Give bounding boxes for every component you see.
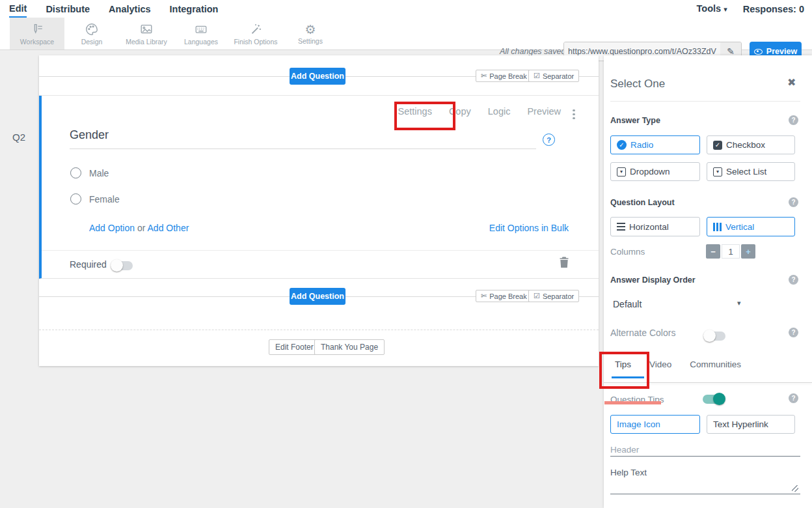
toolbar-tab-languages[interactable]: Languages xyxy=(174,18,228,49)
columns-label: Columns xyxy=(610,247,645,257)
divider xyxy=(604,382,812,383)
option-label[interactable]: Female xyxy=(89,194,120,205)
dropdown-box-icon: ▾ xyxy=(617,167,626,176)
header-input[interactable] xyxy=(610,456,800,457)
alternate-colors-toggle[interactable] xyxy=(705,332,725,341)
palette-icon xyxy=(85,22,99,36)
responses-count[interactable]: Responses: 0 xyxy=(743,1,804,17)
nav-edit[interactable]: Edit xyxy=(9,1,27,18)
question-preview-action[interactable]: Preview xyxy=(527,106,561,117)
checkbox-icon: ☑ xyxy=(534,72,540,80)
toolbar-tab-design[interactable]: Design xyxy=(64,18,119,49)
alternate-colors-help-icon[interactable]: ? xyxy=(789,328,798,337)
eye-icon xyxy=(754,49,763,55)
columns-value-input[interactable] xyxy=(722,244,740,259)
toolbar-tab-label: Settings xyxy=(298,37,323,45)
radio-check-icon: ✓ xyxy=(617,140,627,150)
toolbar-tab-label: Languages xyxy=(184,38,218,46)
question-layout-label: Question Layout xyxy=(610,198,675,207)
tab-tips[interactable]: Tips xyxy=(615,360,631,369)
toolbar-tab-label: Design xyxy=(81,38,103,46)
question-title[interactable]: Gender xyxy=(70,128,109,142)
nav-distribute[interactable]: Distribute xyxy=(46,1,90,17)
scissors-icon: ✄ xyxy=(481,72,487,80)
help-text-label: Help Text xyxy=(610,468,647,477)
question-card: Settings Copy Logic Preview Gender ? Mal… xyxy=(39,96,599,279)
add-other-link[interactable]: Add Other xyxy=(148,223,189,233)
alternate-colors-label: Alternate Colors xyxy=(610,328,675,338)
edit-options-in-bulk-link[interactable]: Edit Options in Bulk xyxy=(489,223,569,233)
trash-icon[interactable] xyxy=(560,257,569,270)
edit-footer-button[interactable]: Edit Footer xyxy=(269,339,320,355)
caret-down-icon[interactable]: ▾ xyxy=(737,299,741,307)
radio-option-male[interactable] xyxy=(70,167,81,178)
toolbar: Workspace Design Media Library Languages… xyxy=(0,18,812,50)
nav-integration[interactable]: Integration xyxy=(170,1,219,17)
toolbar-tab-settings[interactable]: ⚙ Settings xyxy=(283,18,338,49)
add-question-button-bottom[interactable]: Add Question xyxy=(290,288,345,305)
toolbar-tab-workspace[interactable]: Workspace xyxy=(10,18,64,49)
tools-menu[interactable]: Tools ▾ xyxy=(697,1,727,17)
answer-display-order-help-icon[interactable]: ? xyxy=(789,275,798,285)
separator-button-bottom[interactable]: ☑ Separator xyxy=(528,290,579,302)
question-copy-action[interactable]: Copy xyxy=(449,106,471,117)
survey-canvas: Add Question ✄ Page Break ☑ Separator Se… xyxy=(39,55,599,366)
answer-type-dropdown-button[interactable]: ▾ Dropdown xyxy=(610,162,700,181)
columns-increment-button[interactable]: + xyxy=(741,244,755,259)
nav-analytics[interactable]: Analytics xyxy=(109,1,150,17)
page-break-button-top[interactable]: ✄ Page Break xyxy=(476,70,532,82)
text-hyperlink-button[interactable]: Text Hyperlink xyxy=(707,415,795,434)
horizontal-bars-icon xyxy=(617,223,625,231)
question-actions: Settings Copy Logic Preview xyxy=(398,106,561,117)
separator-button-top[interactable]: ☑ Separator xyxy=(528,70,579,82)
gear-icon: ⚙ xyxy=(304,23,316,36)
close-icon[interactable]: ✖ xyxy=(787,76,796,89)
answer-type-radio-button[interactable]: ✓ Radio xyxy=(610,135,700,154)
header-input-placeholder: Header xyxy=(610,445,639,455)
answer-type-checkbox-button[interactable]: ✓ Checkbox xyxy=(707,135,795,154)
layout-horizontal-button[interactable]: Horizontal xyxy=(610,217,700,236)
toolbar-tab-finish-options[interactable]: Finish Options xyxy=(228,18,283,49)
add-option-link[interactable]: Add Option xyxy=(89,223,135,233)
question-title-underline xyxy=(70,148,536,149)
panel-tabs: Tips Video Communities xyxy=(615,360,741,369)
question-tips-help-icon[interactable]: ? xyxy=(789,393,798,403)
question-tips-label: Question Tips xyxy=(610,395,664,404)
display-order-select[interactable]: Default xyxy=(613,299,642,309)
top-nav: Edit Distribute Analytics Integration To… xyxy=(0,0,812,18)
columns-decrement-button[interactable]: − xyxy=(706,244,720,259)
more-options-icon[interactable] xyxy=(573,107,575,121)
thank-you-page-button[interactable]: Thank You Page xyxy=(314,339,385,355)
required-label: Required xyxy=(70,259,107,270)
question-settings-action[interactable]: Settings xyxy=(398,106,431,117)
toolbar-tab-media-library[interactable]: Media Library xyxy=(119,18,174,49)
add-question-button-top[interactable]: Add Question xyxy=(290,68,345,85)
radio-option-female[interactable] xyxy=(70,193,81,205)
help-text-textarea[interactable] xyxy=(610,494,800,494)
active-tab-underline xyxy=(612,376,644,378)
layout-vertical-button[interactable]: Vertical xyxy=(707,217,795,236)
add-option-row: Add Option or Add Other xyxy=(89,223,189,233)
page-break-button-bottom[interactable]: ✄ Page Break xyxy=(476,290,532,302)
tab-communities[interactable]: Communities xyxy=(690,360,741,369)
question-tips-toggle[interactable] xyxy=(703,395,724,404)
question-number: Q2 xyxy=(12,132,25,143)
image-icon-button[interactable]: Image Icon xyxy=(610,415,700,434)
tab-video[interactable]: Video xyxy=(649,360,671,369)
resize-handle[interactable] xyxy=(792,485,798,492)
answer-type-help-icon[interactable]: ? xyxy=(789,115,798,125)
answer-type-select-list-button[interactable]: ▾ Select List xyxy=(707,162,795,181)
divider xyxy=(610,101,800,102)
or-text: or xyxy=(137,223,145,233)
question-logic-action[interactable]: Logic xyxy=(488,106,511,117)
option-label[interactable]: Male xyxy=(89,168,109,178)
divider xyxy=(42,250,599,251)
required-toggle[interactable] xyxy=(112,261,133,270)
question-help-icon[interactable]: ? xyxy=(543,134,555,146)
workspace-icon xyxy=(30,22,44,36)
question-layout-help-icon[interactable]: ? xyxy=(789,197,798,207)
footer-dashed-divider xyxy=(39,330,599,330)
panel-title: Select One xyxy=(610,78,665,91)
caret-down-icon: ▾ xyxy=(724,5,727,13)
wand-icon xyxy=(249,22,263,36)
